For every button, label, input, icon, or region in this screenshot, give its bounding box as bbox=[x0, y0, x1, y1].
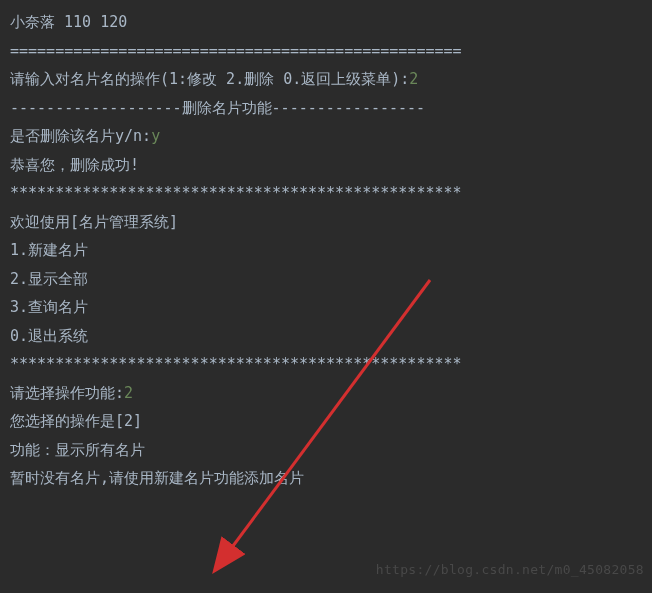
output-line-menu-0: 0.退出系统 bbox=[10, 322, 642, 351]
watermark-text: https://blog.csdn.net/m0_45082058 bbox=[376, 558, 644, 583]
output-line-select-prompt: 请选择操作功能:2 bbox=[10, 379, 642, 408]
output-line-success: 恭喜您，删除成功! bbox=[10, 151, 642, 180]
output-line-empty-msg: 暂时没有名片,请使用新建名片功能添加名片 bbox=[10, 464, 642, 493]
output-line-delete-header: -------------------删除名片功能---------------… bbox=[10, 94, 642, 123]
output-line-menu-3: 3.查询名片 bbox=[10, 293, 642, 322]
user-input: 2 bbox=[124, 384, 133, 402]
prompt-text: 请选择操作功能: bbox=[10, 384, 124, 402]
user-input: 2 bbox=[409, 70, 418, 88]
output-line-feature: 功能：显示所有名片 bbox=[10, 436, 642, 465]
output-line-action-prompt: 请输入对名片名的操作(1:修改 2.删除 0.返回上级菜单):2 bbox=[10, 65, 642, 94]
output-line-name-row: 小奈落 110 120 bbox=[10, 8, 642, 37]
output-line-welcome: 欢迎使用[名片管理系统] bbox=[10, 208, 642, 237]
output-line-selected: 您选择的操作是[2] bbox=[10, 407, 642, 436]
prompt-text: 是否删除该名片y/n: bbox=[10, 127, 151, 145]
user-input: y bbox=[151, 127, 160, 145]
output-line-menu-1: 1.新建名片 bbox=[10, 236, 642, 265]
output-line-divider-stars-bottom: ****************************************… bbox=[10, 350, 642, 379]
output-line-confirm-prompt: 是否删除该名片y/n:y bbox=[10, 122, 642, 151]
output-line-divider-stars-top: ****************************************… bbox=[10, 179, 642, 208]
prompt-text: 请输入对名片名的操作(1:修改 2.删除 0.返回上级菜单): bbox=[10, 70, 409, 88]
output-line-divider-equals: ========================================… bbox=[10, 37, 642, 66]
output-line-menu-2: 2.显示全部 bbox=[10, 265, 642, 294]
